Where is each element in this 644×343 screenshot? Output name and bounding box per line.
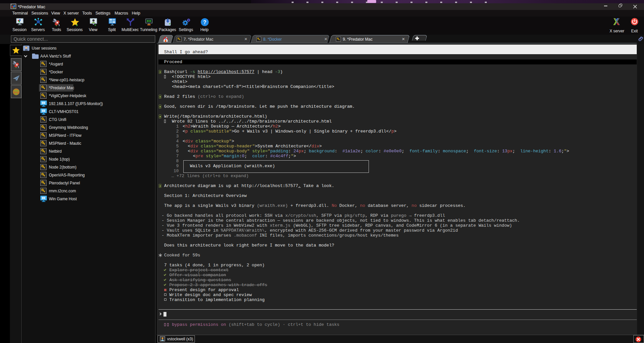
- svg-text:?: ?: [203, 19, 206, 25]
